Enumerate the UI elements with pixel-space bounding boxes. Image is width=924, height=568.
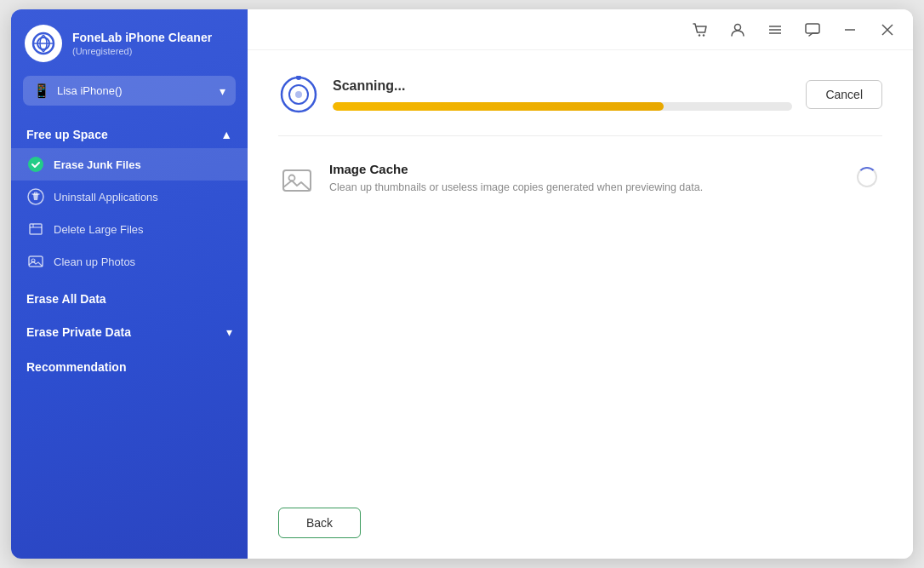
- scanning-info: Scanning...: [333, 78, 792, 111]
- clean-up-photos-icon: [26, 252, 45, 271]
- erase-all-data-title: Erase All Data: [26, 292, 106, 306]
- clean-up-photos-label: Clean up Photos: [54, 255, 135, 268]
- footer: Back: [248, 497, 913, 559]
- sidebar-item-clean-up-photos[interactable]: Clean up Photos: [11, 245, 248, 278]
- svg-rect-17: [806, 24, 819, 33]
- scanning-row: Scanning... Cancel: [278, 74, 882, 115]
- device-name: Lisa iPhone(): [57, 84, 123, 97]
- recommendation-title: Recommendation: [26, 360, 126, 374]
- cart-icon[interactable]: [688, 18, 712, 42]
- minimize-icon[interactable]: [838, 18, 862, 42]
- app-logo: [25, 25, 62, 62]
- close-icon[interactable]: [876, 18, 899, 42]
- image-cache-text: Image Cache Clean up thumbnails or usele…: [329, 162, 838, 196]
- content-area: Scanning... Cancel I: [248, 50, 913, 497]
- progress-bar-track: [333, 102, 792, 111]
- device-selector[interactable]: 📱 Lisa iPhone() ▾: [23, 76, 236, 106]
- image-cache-title: Image Cache: [329, 162, 838, 176]
- app-title: FoneLab iPhone Cleaner: [72, 31, 212, 45]
- image-cache-description: Clean up thumbnails or useless image cop…: [329, 180, 838, 196]
- svg-point-24: [296, 76, 301, 80]
- sidebar-section-free-up-space: Free up Space ▲ Erase Junk Files: [11, 119, 248, 281]
- sidebar-section-recommendation[interactable]: Recommendation: [11, 349, 248, 385]
- delete-large-files-icon: [26, 220, 45, 238]
- image-cache-status: [852, 162, 882, 192]
- titlebar: [248, 9, 913, 50]
- menu-icon[interactable]: [763, 18, 787, 42]
- delete-large-files-label: Delete Large Files: [54, 223, 144, 236]
- erase-private-data-header[interactable]: Erase Private Data ▾: [11, 317, 248, 346]
- person-icon[interactable]: [726, 18, 750, 42]
- scanning-title: Scanning...: [333, 78, 792, 94]
- free-up-space-title: Free up Space: [26, 128, 108, 141]
- svg-point-3: [28, 157, 43, 172]
- erase-junk-icon: [26, 155, 45, 174]
- sidebar: FoneLab iPhone Cleaner (Unregistered) 📱 …: [11, 9, 248, 559]
- svg-rect-5: [35, 192, 37, 194]
- main-content: Scanning... Cancel I: [248, 9, 913, 559]
- uninstall-apps-label: Uninstall Applications: [54, 191, 158, 204]
- sidebar-item-uninstall-applications[interactable]: Uninstall Applications: [11, 181, 248, 213]
- sidebar-section-erase-all-data[interactable]: Erase All Data: [11, 281, 248, 317]
- app-title-block: FoneLab iPhone Cleaner (Unregistered): [72, 31, 212, 57]
- scanning-logo: [278, 74, 319, 115]
- svg-point-12: [703, 34, 704, 36]
- erase-private-data-title: Erase Private Data: [26, 325, 131, 339]
- svg-point-11: [699, 34, 700, 36]
- erase-private-data-toggle: ▾: [226, 325, 232, 339]
- back-button[interactable]: Back: [278, 508, 361, 538]
- cancel-button[interactable]: Cancel: [806, 80, 882, 109]
- loading-spinner: [857, 167, 877, 187]
- app-subtitle: (Unregistered): [72, 46, 212, 56]
- sidebar-section-erase-private-data: Erase Private Data ▾: [11, 317, 248, 349]
- uninstall-apps-icon: [26, 187, 45, 206]
- free-up-space-toggle: ▲: [220, 128, 232, 141]
- progress-bar-fill: [333, 102, 664, 111]
- svg-rect-6: [30, 224, 42, 234]
- image-cache-icon: [278, 162, 316, 199]
- free-up-space-header[interactable]: Free up Space ▲: [11, 119, 248, 148]
- divider: [278, 135, 882, 136]
- sidebar-item-delete-large-files[interactable]: Delete Large Files: [11, 213, 248, 245]
- chevron-down-icon: ▾: [220, 84, 225, 98]
- chat-icon[interactable]: [801, 18, 824, 42]
- device-selector-left: 📱 Lisa iPhone(): [33, 83, 123, 99]
- image-cache-item: Image Cache Clean up thumbnails or usele…: [278, 153, 882, 208]
- sidebar-item-erase-junk-files[interactable]: Erase Junk Files: [11, 148, 248, 181]
- svg-point-13: [735, 24, 741, 30]
- svg-point-23: [295, 91, 302, 98]
- app-window: FoneLab iPhone Cleaner (Unregistered) 📱 …: [11, 9, 913, 559]
- phone-icon: 📱: [33, 83, 50, 99]
- erase-junk-label: Erase Junk Files: [54, 158, 141, 171]
- sidebar-header: FoneLab iPhone Cleaner (Unregistered): [11, 9, 248, 76]
